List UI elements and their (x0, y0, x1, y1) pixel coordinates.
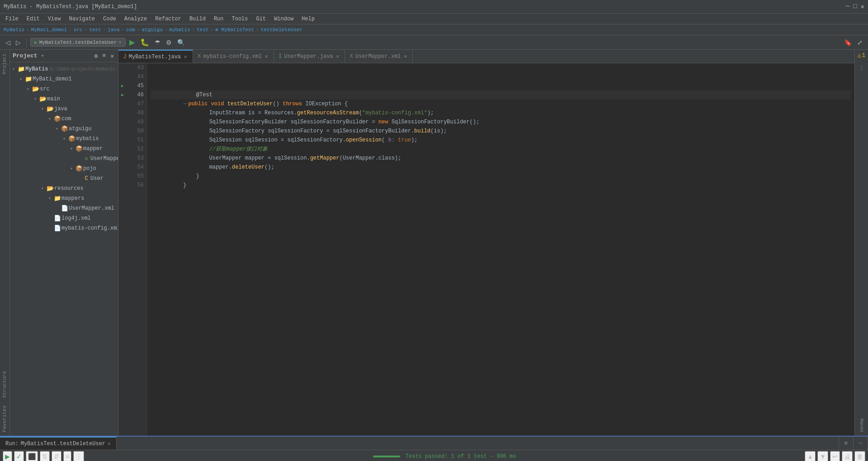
bottom-tab-run[interactable]: Run: MyBatisTest.testDeleteUser ✕ (0, 437, 117, 450)
project-collapse[interactable]: ≡ (101, 52, 107, 60)
tree-item-usermapper-xml[interactable]: ▾ 📄 UserMapper.xml (10, 203, 118, 213)
tree-item-java[interactable]: ▾ 📂 java (10, 104, 118, 114)
maven-panel-toggle[interactable]: Maven (858, 417, 865, 434)
project-gear[interactable]: ⚙ (93, 52, 99, 61)
breadcrumb-demo1[interactable]: MyBati_demo1 (31, 27, 67, 33)
breadcrumb-test2[interactable]: test (197, 27, 208, 33)
menu-file[interactable]: File (2, 15, 22, 23)
project-panel-toggle[interactable]: Project (0, 50, 9, 78)
bottom-settings[interactable]: ⚙ (839, 437, 854, 450)
breadcrumb-mybatis[interactable]: MyBatis (4, 27, 24, 33)
menu-build[interactable]: Build (186, 15, 209, 23)
maximize-button[interactable]: □ (853, 3, 857, 10)
breadcrumb-java[interactable]: java (108, 27, 119, 33)
menu-navigate[interactable]: Navigate (65, 15, 99, 23)
breadcrumb-test[interactable]: test (89, 27, 101, 33)
menu-window[interactable]: Window (270, 15, 297, 23)
tab-close-usermapper-xml[interactable]: ✕ (403, 53, 408, 60)
menu-bar: File Edit View Navigate Code Analyze Ref… (0, 14, 868, 24)
tree-item-user-class[interactable]: ▾ C User (10, 174, 118, 183)
gutter-55 (118, 172, 127, 181)
breadcrumb-src[interactable]: src (74, 27, 83, 33)
toolbar-settings[interactable]: ⚙ (164, 38, 174, 47)
menu-git[interactable]: Git (253, 15, 270, 23)
run-rerun-failed[interactable]: ✓ (14, 451, 24, 461)
tree-item-com[interactable]: ▾ 📦 com (10, 114, 118, 124)
run-filter2[interactable]: ⋮ (73, 451, 84, 461)
bottom-minimize[interactable]: ─ (854, 437, 868, 450)
tree-item-atguigu[interactable]: ▾ 📦 atguigu (10, 124, 118, 134)
tree-item-main[interactable]: ▾ 📂 main (10, 94, 118, 104)
tree-item-mybatis[interactable]: ▾ 📁 MyBatis D:\IDEA\projects\MyBatis (10, 64, 118, 74)
line-numbers: 43 44 45 46 47 48 49 50 51 52 53 54 55 5… (127, 63, 147, 436)
run-wrap[interactable]: ↩ (830, 451, 840, 461)
project-dropdown[interactable]: ▾ (41, 52, 44, 59)
tree-item-resources[interactable]: ▾ 📂 resources (10, 183, 118, 193)
debug-button[interactable]: 🐛 (138, 37, 151, 47)
menu-tools[interactable]: Tools (228, 15, 252, 23)
run-print[interactable]: 🖨 (842, 451, 853, 461)
tree-item-src[interactable]: ▾ 📂 src (10, 84, 118, 94)
linenum-49: 49 (127, 118, 146, 127)
run-filter[interactable]: ≡ (63, 451, 71, 461)
menu-refactor[interactable]: Refactor (151, 15, 185, 23)
code-content[interactable]: @Test →public void testDeleteUser() thro… (147, 63, 854, 436)
tab-usermapper-java[interactable]: I UserMapper.java ✕ (274, 50, 345, 63)
breadcrumb-atguigu[interactable]: atguigu (142, 27, 163, 33)
breadcrumb-com[interactable]: com (126, 27, 135, 33)
run-button[interactable]: ▶ (127, 37, 137, 47)
linenum-50: 50 (127, 127, 146, 136)
project-close[interactable]: ✕ (109, 52, 115, 61)
tree-item-usermapper[interactable]: ▾ ⊙ UserMapper (10, 154, 118, 164)
tree-item-mapper-pkg[interactable]: ▾ 📦 mapper (10, 144, 118, 154)
tree-item-pojo[interactable]: ▾ 📦 pojo (10, 164, 118, 174)
tab-close-mybatistest[interactable]: ✕ (183, 53, 188, 60)
gutter-46-run[interactable]: ▶ (118, 90, 127, 99)
menu-view[interactable]: View (44, 15, 65, 23)
tree-item-mappers[interactable]: ▾ 📁 mappers (10, 193, 118, 203)
menu-help[interactable]: Help (298, 15, 318, 23)
close-button[interactable]: ✕ (861, 3, 864, 10)
code-editor[interactable]: ▶ ▶ 43 44 45 46 47 48 49 (118, 63, 854, 436)
menu-analyze[interactable]: Analyze (121, 15, 151, 23)
tree-item-mybatis-config[interactable]: ▾ 📄 mybatis-config.xml (10, 223, 118, 233)
toolbar-nav-back[interactable]: ◁ (4, 38, 12, 47)
linenum-47: 47 (127, 99, 146, 108)
run-sort2[interactable]: ⇵ (52, 451, 61, 461)
favorites-panel-toggle[interactable]: Favorites (0, 402, 9, 436)
minimize-button[interactable]: ─ (846, 3, 849, 10)
toolbar-bookmark[interactable]: 🔖 (842, 38, 854, 47)
run-rerun[interactable]: ▶ (3, 451, 12, 461)
menu-edit[interactable]: Edit (23, 15, 43, 23)
tab-usermapper-xml[interactable]: X UserMapper.xml ✕ (345, 50, 413, 63)
toolbar-nav-forward[interactable]: ▷ (14, 38, 23, 47)
run-clear[interactable]: 🗑 (854, 451, 865, 461)
breadcrumb-method[interactable]: testDeleteUser (261, 27, 302, 33)
tree-item-log4j[interactable]: ▾ 📄 log4j.xml (10, 213, 118, 223)
right-btn-expand[interactable]: ⋮ (856, 62, 867, 73)
run-sort[interactable]: ⇅ (40, 451, 50, 461)
menu-code[interactable]: Code (99, 15, 120, 23)
run-stop[interactable]: ⬛ (26, 451, 38, 461)
run-tab-close[interactable]: ✕ (108, 441, 111, 447)
run-scroll-down[interactable]: ▼ (817, 451, 828, 461)
gutter-45-run[interactable]: ▶ (118, 81, 127, 90)
toolbar-more[interactable]: 🔍 (175, 38, 187, 47)
toolbar-fullscreen[interactable]: ⤢ (855, 38, 864, 47)
warning-badge[interactable]: △ 1 (858, 52, 866, 59)
breadcrumb-mybatis2[interactable]: mybatis (169, 27, 190, 33)
run-scroll-up[interactable]: ▲ (805, 451, 816, 461)
tree-item-demo1[interactable]: ▾ 📁 MyBati_demo1 (10, 74, 118, 84)
window-controls[interactable]: ─ □ ✕ (846, 3, 864, 10)
tab-mybatistest[interactable]: J MyBatisTest.java ✕ (118, 50, 193, 63)
main-toolbar: ◁ ▷ ▶ MyBatisTest.testDeleteUser ▾ ▶ 🐛 ☂… (0, 35, 868, 50)
run-config-selector[interactable]: ▶ MyBatisTest.testDeleteUser ▾ (30, 38, 126, 47)
tab-mybatis-config[interactable]: X mybatis-config.xml ✕ (193, 50, 274, 63)
structure-panel-toggle[interactable]: Structure (0, 367, 9, 401)
coverage-button[interactable]: ☂ (153, 38, 162, 47)
tab-close-usermapper[interactable]: ✕ (335, 53, 340, 60)
breadcrumb-class[interactable]: ⊕ MyBatisTest (215, 27, 254, 33)
tab-close-config[interactable]: ✕ (264, 53, 269, 60)
tree-item-mybatis-pkg[interactable]: ▾ 📦 mybatis (10, 134, 118, 144)
menu-run[interactable]: Run (210, 15, 227, 23)
